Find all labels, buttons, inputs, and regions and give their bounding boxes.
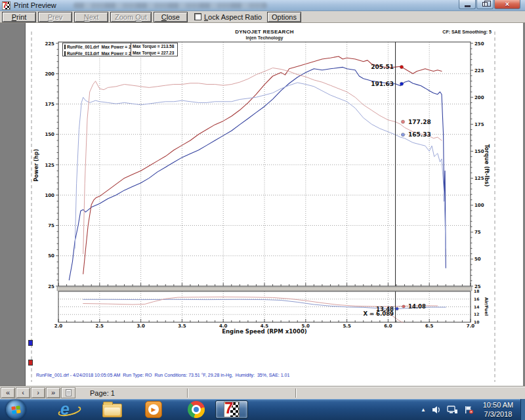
svg-text:225: 225 (474, 68, 484, 74)
app-icon: 7 (2, 1, 10, 10)
redacted-title-text (74, 3, 267, 9)
taskbar: e ▶ 7 ▲ (0, 399, 525, 420)
svg-text:16: 16 (474, 297, 479, 301)
svg-text:6.5: 6.5 (425, 324, 434, 329)
svg-text:X = 6.089: X = 6.089 (364, 310, 394, 317)
print-preview-toolbar: Print Prev Next Zoom Out Close Lock Aspe… (0, 11, 525, 23)
next-page-button[interactable]: › (31, 387, 45, 398)
lock-aspect-ratio-checkbox[interactable] (194, 13, 201, 20)
speaker-icon[interactable] (432, 406, 441, 414)
chart-legend: RunFile_001.drf Max Power = 205.32 Max T… (62, 43, 178, 56)
windows-flag-icon (11, 406, 20, 414)
legend-row: RunFile_013.drf Max Power = 214.17 Max T… (63, 50, 177, 56)
svg-text:50: 50 (474, 257, 481, 262)
dyno-company: DYNOJET RESEARCH (58, 29, 471, 35)
svg-text:Engine Speed (RPM x1000): Engine Speed (RPM x1000) (222, 328, 307, 335)
dyno-chart: 2252001751501251007550252502252001751501… (26, 23, 524, 386)
svg-text:225: 225 (45, 41, 54, 47)
file-explorer-icon[interactable] (102, 401, 120, 418)
preview-page: 2252001751501251007550252502252001751501… (25, 23, 523, 386)
svg-text:3.5: 3.5 (178, 324, 186, 329)
page-setup-button[interactable] (61, 387, 75, 398)
internet-explorer-icon[interactable]: e (60, 401, 78, 418)
svg-text:100: 100 (45, 193, 54, 198)
run-swatch-red (28, 360, 33, 366)
svg-text:7.0: 7.0 (467, 324, 475, 329)
preview-area: 2252001751501251007550252502252001751501… (0, 23, 525, 386)
prev-button[interactable]: Prev (38, 12, 72, 22)
correction-factor-label: CF: SAE Smoothing: 5 (442, 30, 492, 34)
zoom-out-button[interactable]: Zoom Out (110, 12, 152, 22)
dyno-subtitle: Injen Technology (58, 35, 471, 40)
window-title: Print Preview (14, 1, 56, 9)
clock-date: 7/3/2018 (478, 410, 518, 419)
restore-button[interactable] (476, 0, 494, 9)
svg-text:150: 150 (474, 149, 484, 154)
statusbar-divider (295, 388, 297, 398)
close-icon: × (505, 1, 509, 8)
series-power-baseline (69, 67, 446, 280)
svg-text:125: 125 (474, 176, 484, 181)
status-bar: « ‹ › » Page: 1 (0, 386, 525, 399)
taskbar-dynojet-app-button[interactable]: 7 (215, 400, 248, 419)
svg-text:5.5: 5.5 (343, 324, 351, 329)
legend-row: RunFile_001.drf Max Power = 205.32 Max T… (63, 43, 177, 50)
svg-text:200: 200 (45, 72, 54, 77)
network-icon[interactable] (447, 406, 458, 414)
media-player-icon[interactable]: ▶ (145, 401, 163, 418)
svg-text:250: 250 (474, 41, 484, 47)
first-page-button[interactable]: « (1, 387, 15, 398)
start-button[interactable] (6, 400, 26, 419)
svg-text:25: 25 (48, 284, 54, 289)
series-torque-baseline (75, 83, 446, 249)
next-button[interactable]: Next (74, 12, 108, 22)
svg-text:100: 100 (474, 203, 484, 208)
svg-text:75: 75 (48, 223, 54, 228)
statusbar-divider (187, 388, 188, 398)
tray-expand-icon[interactable]: ▲ (421, 407, 426, 413)
svg-text:200: 200 (474, 95, 484, 100)
play-icon: ▶ (148, 404, 159, 415)
svg-text:18: 18 (474, 289, 479, 293)
system-tray: ▲ (421, 399, 474, 420)
dynojet-app-icon: 7 (224, 402, 240, 417)
svg-text:12: 12 (474, 312, 479, 316)
options-button[interactable]: Options (267, 12, 301, 22)
page-number-label: Page: 1 (90, 389, 115, 397)
print-button[interactable]: Print (2, 12, 36, 22)
action-center-flag-icon[interactable] (464, 406, 474, 414)
page-icon (66, 389, 72, 396)
show-desktop-button[interactable] (520, 399, 525, 420)
svg-text:14.08: 14.08 (408, 303, 426, 310)
prev-page-button[interactable]: ‹ (16, 387, 30, 398)
svg-text:175: 175 (45, 102, 54, 107)
svg-text:150: 150 (45, 132, 54, 137)
clock-time: 10:50 AM (478, 400, 518, 410)
svg-text:Torque (ft-lbs): Torque (ft-lbs) (484, 144, 490, 187)
run-swatch-blue (28, 340, 33, 346)
value-label: 191.63 (371, 81, 394, 87)
legend-swatch-red (64, 51, 66, 56)
lock-aspect-ratio-label: Lock Aspect Ratio (204, 13, 262, 21)
chrome-icon[interactable] (188, 401, 205, 418)
svg-text:175: 175 (474, 122, 484, 127)
value-label: 205.51 (371, 64, 394, 70)
taskbar-clock[interactable]: 10:50 AM 7/3/2018 (478, 400, 518, 419)
chart-separator (57, 287, 472, 291)
svg-text:165.33: 165.33 (408, 131, 431, 138)
svg-text:Air/Fuel: Air/Fuel (484, 297, 489, 316)
last-page-button[interactable]: » (46, 387, 60, 398)
svg-text:75: 75 (474, 230, 481, 235)
svg-text:14: 14 (474, 304, 479, 309)
title-bar: 7 Print Preview × (0, 0, 525, 11)
svg-text:2.5: 2.5 (96, 324, 104, 329)
screen: 7 Print Preview × Print Prev Next Zoom O… (0, 0, 525, 420)
chart-header: DYNOJET RESEARCH Injen Technology (58, 29, 471, 40)
svg-text:50: 50 (48, 253, 54, 259)
restore-icon (482, 2, 488, 7)
svg-text:3.0: 3.0 (136, 324, 145, 329)
minimize-button[interactable] (459, 0, 476, 9)
minimize-icon (465, 5, 471, 7)
close-button[interactable]: Close (154, 12, 188, 22)
close-window-button[interactable]: × (494, 0, 520, 9)
